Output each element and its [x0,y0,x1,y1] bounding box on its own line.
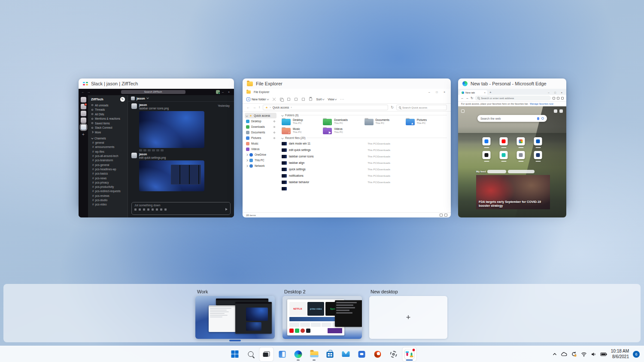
slack-thumbnail: ← → Search ZiffTech – × + ZiffTech ✎ All… [79,89,234,217]
task-view-button[interactable] [260,347,273,361]
sync-update-icon[interactable] [571,351,577,357]
new-desktop-button[interactable]: + [369,296,447,339]
desktop-label-2: Desktop 2 [284,289,306,294]
sidebar-item-network: Network [245,163,276,169]
task-view-window-edge[interactable]: New tab - Personal - Microsoft Edge New … [458,78,566,207]
mini-window-slack [235,302,272,334]
clock[interactable]: 10:18 AM 8/6/2021 [611,349,629,359]
channel-item: pcs-video [88,202,128,207]
channel-item: pcs-headlines-wp [88,167,128,171]
channel-item: pcs-news [88,176,128,180]
message-author: jason [139,153,166,156]
battery-icon[interactable] [600,352,607,356]
channel-item: pcs-all-around-tech [88,154,128,158]
message-attachment-name: taskbar corner icons.png [139,107,169,110]
camera-icon [554,109,557,113]
message: jason edit quick settings.png [131,153,231,159]
edge-address-bar: ← → ↻ Search or enter web address [458,95,566,102]
channel-item: pcs-redirect-requests [88,189,128,193]
channel-item: pcs-general [88,163,128,167]
edge-taskbar-button[interactable] [292,347,305,361]
channel-item: pcs-privacy [88,180,128,184]
search-button[interactable] [244,347,258,361]
view-toggle-icons [440,214,447,217]
widgets-button[interactable] [276,347,289,361]
edge-icon [462,81,468,86]
netflix-tile: NETFLIX [289,302,306,316]
dm-avatar [131,97,135,100]
volume-icon[interactable] [591,352,596,357]
banner [289,317,342,321]
file-explorer-taskbar-button[interactable] [307,347,321,361]
desktop-thumbnail-2[interactable]: NETFLIX prime video Spotify [283,296,362,339]
wifi-icon[interactable] [581,352,587,357]
sidebar-item-pictures: Pictures [245,135,276,141]
chat-icon [358,351,365,358]
file-explorer-icon [246,90,251,94]
new-desktop-label: New desktop [371,289,398,294]
sidebar-item-this-pc: This PC [245,157,276,163]
feed-header-row: My feed [476,170,556,173]
settings-button[interactable] [387,347,401,361]
explorer-status-bar: 28 items [243,212,451,217]
windows11-task-view: { "windows": { "slack": { "title": "Slac… [0,0,644,362]
news-headline: FDA targets early September for COVID-19… [479,200,547,208]
folder-tile-documents: DocumentsThis PC [365,118,406,125]
channel-item: pcs-studio [88,198,128,202]
channel-item: wp-files [88,149,128,154]
task-view-window-slack[interactable]: Slack | jason | ZiffTech ← → Search Ziff… [79,78,234,207]
sidebar-item-mentions: Mentions & reactions [88,117,128,121]
forward-icon: → [252,106,256,109]
folder-tile-music: ♪ MusicThis PC [282,127,323,134]
refresh-icon: ↻ [471,96,473,100]
tray-overflow-chevron-icon[interactable] [552,352,557,357]
message-avatar [131,103,137,109]
desktop-thumbnail-work[interactable] [195,296,275,339]
start-button[interactable] [228,347,242,361]
taskbar: 10:18 AM 8/6/2021 6 [0,346,644,362]
explorer-thumbnail: File Explorer – □ × +New folder Sort Vie… [243,89,451,217]
edge-tab-bar: New tab × + – □ × [458,89,566,95]
new-tab-page: Search the web My feed FDA targets [458,106,566,217]
search-icon [399,106,401,109]
slack-conversation: jason Yesterday jason taskbar corner ico… [128,95,234,217]
quick-link-tile [500,151,508,159]
plus-icon: + [406,313,411,322]
layout-icon [461,109,465,113]
sidebar-item-downloads: Downloads [245,124,276,130]
microsoft-store-button[interactable] [323,347,337,361]
item-count: 28 items [246,214,256,217]
user-avatar [216,90,220,94]
sidebar-item-all-dms: All DMs [88,112,128,117]
task-view-window-file-explorer[interactable]: File Explorer File Explorer – □ × +New f… [243,78,451,207]
office-icon [374,351,381,358]
image-reactions [139,149,231,151]
slack-sidebar: ZiffTech ✎ All unreads Threads All DMs M… [88,95,128,217]
mail-button[interactable] [339,347,353,361]
desktop-label-work: Work [197,289,208,294]
workspace-icon-badged [81,104,86,109]
active-desktop-indicator [229,340,241,341]
share-icon [301,97,305,101]
more-options-icon: ··· [340,98,344,101]
documents-folder-icon [365,119,374,125]
windows-start-icon [231,350,238,358]
workspace-rail: + [79,95,88,217]
onedrive-cloud-icon[interactable] [561,352,567,357]
teams-chat-button[interactable] [355,347,369,361]
quick-link-tile [517,137,525,145]
office-button[interactable] [371,347,385,361]
browser-action-icons [553,97,564,100]
recent-files-section-header: Recent files (20) [282,136,447,140]
copy-icon [279,97,283,101]
slack-taskbar-button[interactable] [403,347,416,361]
view-button: View [328,98,337,101]
paste-icon [287,97,291,101]
attachment-image-settings [139,160,204,191]
favorites-bar: For quick access, place your favorites h… [458,102,566,106]
dm-user-name: jason [137,97,145,100]
gear-icon [559,109,563,113]
notification-count-badge[interactable]: 6 [633,351,640,358]
composer-toolbar [134,208,228,211]
quick-access-star-icon: ★ [265,106,268,109]
